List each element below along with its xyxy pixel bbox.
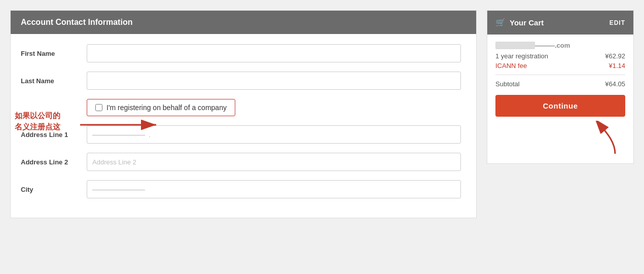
cart-icon: 🛒 — [495, 18, 506, 27]
cart-body: —————————.com 1 year registration ¥62.92… — [487, 35, 633, 163]
cart-title: Your Cart — [510, 18, 544, 27]
last-name-label: Last Name — [21, 77, 87, 85]
section-title: Account Contact Information — [21, 18, 132, 26]
city-label: City — [21, 186, 87, 193]
address2-row: Address Line 2 — [21, 153, 461, 171]
address2-label: Address Line 2 — [21, 158, 87, 166]
first-name-label: First Name — [21, 50, 87, 57]
address2-input[interactable] — [87, 153, 461, 171]
cart-header: 🛒 Your Cart EDIT — [487, 11, 633, 35]
first-name-row: First Name — [21, 44, 461, 62]
city-row: City — [21, 180, 461, 198]
cart-subtotal-row: Subtotal ¥64.05 — [495, 80, 625, 88]
subtotal-price: ¥64.05 — [605, 80, 625, 88]
annotation-arrow — [75, 112, 166, 138]
subtotal-label: Subtotal — [495, 80, 520, 88]
icann-price: ¥1.14 — [609, 62, 625, 70]
main-form-section: Account Contact Information 如果以公司的 名义注册点… — [10, 10, 477, 218]
last-name-input[interactable] — [87, 72, 461, 90]
cart-domain: —————————.com — [495, 42, 625, 49]
cart-registration-row: 1 year registration ¥62.92 — [495, 52, 625, 60]
cart-divider — [495, 75, 625, 75]
cart-edit-button[interactable]: EDIT — [610, 19, 625, 26]
form-area: 如果以公司的 名义注册点这 First Name Last — [11, 34, 476, 218]
registration-price: ¥62.92 — [605, 52, 625, 60]
cart-section: 🛒 Your Cart EDIT —————————.com 1 year re… — [487, 10, 634, 164]
cart-title-group: 🛒 Your Cart — [495, 18, 544, 27]
icann-label: ICANN fee — [495, 62, 527, 70]
section-header: Account Contact Information — [11, 11, 476, 34]
last-name-row: Last Name — [21, 72, 461, 90]
continue-arrow — [575, 121, 625, 156]
city-input[interactable] — [87, 180, 461, 198]
continue-button[interactable]: Continue — [495, 95, 625, 117]
first-name-input[interactable] — [87, 44, 461, 62]
registration-label: 1 year registration — [495, 52, 548, 60]
cart-icann-row: ICANN fee ¥1.14 — [495, 62, 625, 70]
annotation-text: 如果以公司的 名义注册点这 — [15, 110, 73, 133]
